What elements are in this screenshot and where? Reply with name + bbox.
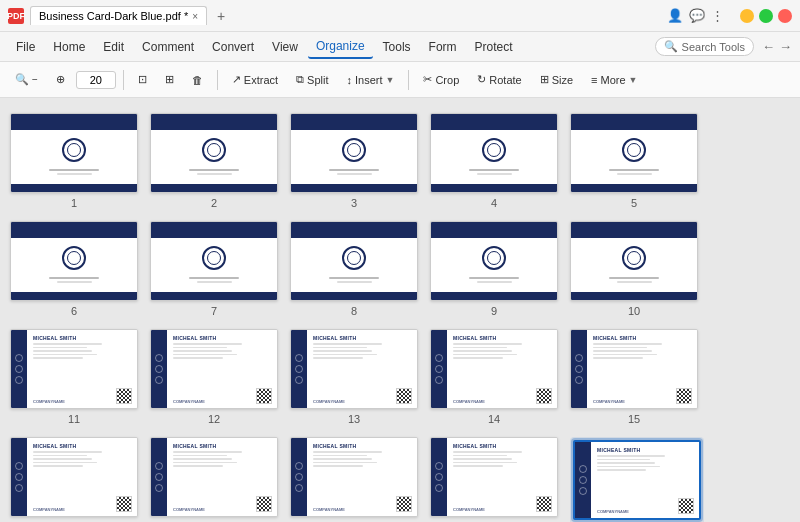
page-number-1: 1 (71, 197, 77, 209)
size-button[interactable]: ⊞ Size (533, 70, 580, 89)
zoom-out-icon: 🔍 (15, 73, 29, 86)
menu-protect[interactable]: Protect (467, 36, 521, 58)
page-item-1[interactable]: 1 (10, 113, 138, 209)
page-item-5[interactable]: 5 (570, 113, 698, 209)
thumbnails-icon: ⊞ (165, 73, 174, 86)
zoom-out-button[interactable]: 🔍 − (8, 70, 45, 89)
forward-icon[interactable]: → (779, 39, 792, 54)
page-item-15[interactable]: MICHEAL SMITH COMPANYNAME 15 (570, 329, 698, 425)
close-button[interactable] (778, 9, 792, 23)
zoom-input[interactable] (76, 71, 116, 89)
extract-label: Extract (244, 74, 278, 86)
page-thumbnail-10 (570, 221, 698, 301)
page-item-2[interactable]: 2 (150, 113, 278, 209)
insert-icon: ↕ (346, 74, 352, 86)
page-number-8: 8 (351, 305, 357, 317)
profile-icon[interactable]: 👤 (667, 8, 683, 23)
page-item-19[interactable]: MICHEAL SMITH COMPANYNAME 19 (430, 437, 558, 522)
page-thumbnail-17: MICHEAL SMITH COMPANYNAME (150, 437, 278, 517)
extract-icon: ↗ (232, 73, 241, 86)
zoom-in-button[interactable]: ⊕ (49, 70, 72, 89)
extract-button[interactable]: ↗ Extract (225, 70, 285, 89)
separator-3 (408, 70, 409, 90)
fit-page-button[interactable]: ⊡ (131, 70, 154, 89)
page-number-11: 11 (68, 413, 80, 425)
chat-icon[interactable]: 💬 (689, 8, 705, 23)
new-tab-button[interactable]: + (213, 8, 229, 24)
page-number-3: 3 (351, 197, 357, 209)
more-icon: ≡ (591, 74, 597, 86)
page-item-18[interactable]: MICHEAL SMITH COMPANYNAME 18 (290, 437, 418, 522)
crop-button[interactable]: ✂ Crop (416, 70, 466, 89)
page-item-8[interactable]: 8 (290, 221, 418, 317)
page-item-6[interactable]: 6 (10, 221, 138, 317)
insert-button[interactable]: ↕ Insert ▼ (339, 71, 401, 89)
maximize-button[interactable] (759, 9, 773, 23)
page-thumbnail-11: MICHEAL SMITH COMPANYNAME (10, 329, 138, 409)
separator-1 (123, 70, 124, 90)
page-item-17[interactable]: MICHEAL SMITH COMPANYNAME 17 (150, 437, 278, 522)
document-tab[interactable]: Business Card-Dark Blue.pdf * × (30, 6, 207, 25)
title-bar-left: PDF Business Card-Dark Blue.pdf * × + (8, 6, 229, 25)
page-item-13[interactable]: MICHEAL SMITH COMPANYNAME 13 (290, 329, 418, 425)
page-thumbnail-4 (430, 113, 558, 193)
page-thumbnail-8 (290, 221, 418, 301)
page-item-7[interactable]: 7 (150, 221, 278, 317)
page-number-2: 2 (211, 197, 217, 209)
page-item-10[interactable]: 10 (570, 221, 698, 317)
rotate-button[interactable]: ↻ Rotate (470, 70, 528, 89)
search-tools[interactable]: 🔍 Search Tools (655, 37, 754, 56)
page-item-3[interactable]: 3 (290, 113, 418, 209)
page-thumbnail-19: MICHEAL SMITH COMPANYNAME (430, 437, 558, 517)
split-button[interactable]: ⧉ Split (289, 70, 335, 89)
crop-icon: ✂ (423, 73, 432, 86)
page-thumbnail-15: MICHEAL SMITH COMPANYNAME (570, 329, 698, 409)
page-item-14[interactable]: MICHEAL SMITH COMPANYNAME 14 (430, 329, 558, 425)
page-item-16[interactable]: MICHEAL SMITH COMPANYNAME 16 (10, 437, 138, 522)
page-item-9[interactable]: 9 (430, 221, 558, 317)
menu-home[interactable]: Home (45, 36, 93, 58)
menu-view[interactable]: View (264, 36, 306, 58)
page-thumbnail-1 (10, 113, 138, 193)
page-number-9: 9 (491, 305, 497, 317)
page-thumbnail-16: MICHEAL SMITH COMPANYNAME (10, 437, 138, 517)
crop-label: Crop (435, 74, 459, 86)
menu-form[interactable]: Form (421, 36, 465, 58)
page-thumbnail-12: MICHEAL SMITH COMPANYNAME (150, 329, 278, 409)
page-thumbnail-6 (10, 221, 138, 301)
insert-label: Insert (355, 74, 383, 86)
back-icon[interactable]: ← (762, 39, 775, 54)
menu-edit[interactable]: Edit (95, 36, 132, 58)
zoom-in-icon: ⊕ (56, 73, 65, 86)
page-item-11[interactable]: MICHEAL SMITH COMPANYNAME 11 (10, 329, 138, 425)
menu-tools[interactable]: Tools (375, 36, 419, 58)
menu-file[interactable]: File (8, 36, 43, 58)
page-item-4[interactable]: 4 (430, 113, 558, 209)
title-bar: PDF Business Card-Dark Blue.pdf * × + 👤 … (0, 0, 800, 32)
app-icon: PDF (8, 8, 24, 24)
split-icon: ⧉ (296, 73, 304, 86)
page-item-20[interactable]: MICHEAL SMITH COMPANYNAME 20 (570, 437, 704, 522)
page-thumbnail-18: MICHEAL SMITH COMPANYNAME (290, 437, 418, 517)
page-thumbnail-14: MICHEAL SMITH COMPANYNAME (430, 329, 558, 409)
menu-comment[interactable]: Comment (134, 36, 202, 58)
tab-close-button[interactable]: × (192, 11, 198, 22)
menu-convert[interactable]: Convert (204, 36, 262, 58)
page-number-14: 14 (488, 413, 500, 425)
page-item-12[interactable]: MICHEAL SMITH COMPANYNAME 12 (150, 329, 278, 425)
more-label: More (601, 74, 626, 86)
size-label: Size (552, 74, 573, 86)
more-button[interactable]: ≡ More ▼ (584, 71, 644, 89)
delete-button[interactable]: 🗑 (185, 71, 210, 89)
page-number-12: 12 (208, 413, 220, 425)
thumbnails-button[interactable]: ⊞ (158, 70, 181, 89)
page-thumbnail-13: MICHEAL SMITH COMPANYNAME (290, 329, 418, 409)
page-number-4: 4 (491, 197, 497, 209)
menu-organize[interactable]: Organize (308, 35, 373, 59)
page-thumbnail-20: MICHEAL SMITH COMPANYNAME (573, 440, 701, 520)
delete-icon: 🗑 (192, 74, 203, 86)
more-options-icon[interactable]: ⋮ (711, 8, 724, 23)
minimize-button[interactable] (740, 9, 754, 23)
page-thumbnail-2 (150, 113, 278, 193)
page-thumbnail-3 (290, 113, 418, 193)
